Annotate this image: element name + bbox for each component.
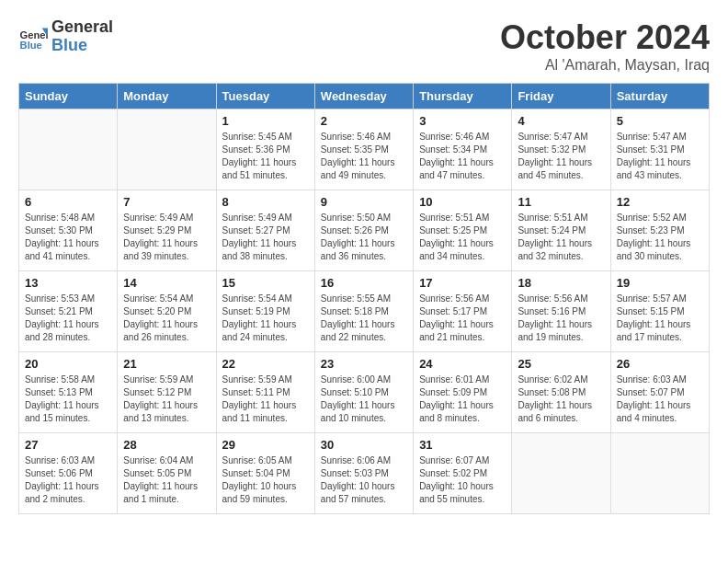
day-detail: Sunrise: 6:06 AM Sunset: 5:03 PM Dayligh… <box>321 454 407 506</box>
week-row-5: 27Sunrise: 6:03 AM Sunset: 5:06 PM Dayli… <box>19 433 710 514</box>
calendar-cell <box>610 433 709 514</box>
day-detail: Sunrise: 6:01 AM Sunset: 5:09 PM Dayligh… <box>419 373 506 425</box>
calendar-cell: 14Sunrise: 5:54 AM Sunset: 5:20 PM Dayli… <box>118 271 216 352</box>
calendar-cell: 20Sunrise: 5:58 AM Sunset: 5:13 PM Dayli… <box>19 352 118 433</box>
calendar-cell: 18Sunrise: 5:56 AM Sunset: 5:16 PM Dayli… <box>512 271 610 352</box>
svg-text:General: General <box>20 29 48 40</box>
logo-icon: General Blue <box>18 22 48 52</box>
day-number: 21 <box>123 357 210 371</box>
calendar-cell: 2Sunrise: 5:46 AM Sunset: 5:35 PM Daylig… <box>314 109 413 190</box>
day-number: 13 <box>25 276 111 290</box>
day-number: 29 <box>222 438 309 452</box>
day-header-saturday: Saturday <box>610 84 709 109</box>
logo-line2: Blue <box>51 37 113 55</box>
calendar-cell: 1Sunrise: 5:45 AM Sunset: 5:36 PM Daylig… <box>216 109 314 190</box>
calendar-cell: 30Sunrise: 6:06 AM Sunset: 5:03 PM Dayli… <box>314 433 413 514</box>
page-header: General Blue General Blue October 2024 A… <box>18 18 710 74</box>
day-header-wednesday: Wednesday <box>314 84 413 109</box>
day-number: 23 <box>321 357 407 371</box>
calendar-cell: 25Sunrise: 6:02 AM Sunset: 5:08 PM Dayli… <box>512 352 610 433</box>
week-row-2: 6Sunrise: 5:48 AM Sunset: 5:30 PM Daylig… <box>19 190 710 271</box>
day-number: 24 <box>419 357 506 371</box>
day-detail: Sunrise: 5:57 AM Sunset: 5:15 PM Dayligh… <box>617 293 703 344</box>
day-number: 31 <box>419 438 506 452</box>
day-detail: Sunrise: 6:03 AM Sunset: 5:07 PM Dayligh… <box>617 373 703 425</box>
month-title: October 2024 <box>500 18 710 57</box>
day-number: 28 <box>123 438 210 452</box>
day-detail: Sunrise: 6:00 AM Sunset: 5:10 PM Dayligh… <box>321 373 407 425</box>
day-detail: Sunrise: 5:56 AM Sunset: 5:17 PM Dayligh… <box>419 293 506 344</box>
day-number: 12 <box>617 195 703 209</box>
calendar-cell: 4Sunrise: 5:47 AM Sunset: 5:32 PM Daylig… <box>512 109 610 190</box>
calendar-cell: 19Sunrise: 5:57 AM Sunset: 5:15 PM Dayli… <box>610 271 709 352</box>
logo: General Blue General Blue <box>18 18 113 55</box>
calendar-cell <box>19 109 118 190</box>
day-number: 10 <box>419 195 506 209</box>
week-row-1: 1Sunrise: 5:45 AM Sunset: 5:36 PM Daylig… <box>19 109 710 190</box>
week-row-3: 13Sunrise: 5:53 AM Sunset: 5:21 PM Dayli… <box>19 271 710 352</box>
calendar-cell: 6Sunrise: 5:48 AM Sunset: 5:30 PM Daylig… <box>19 190 118 271</box>
day-detail: Sunrise: 6:07 AM Sunset: 5:02 PM Dayligh… <box>419 454 506 506</box>
day-detail: Sunrise: 6:05 AM Sunset: 5:04 PM Dayligh… <box>222 454 309 506</box>
logo-text: General Blue <box>51 18 113 55</box>
calendar-cell: 26Sunrise: 6:03 AM Sunset: 5:07 PM Dayli… <box>610 352 709 433</box>
logo-line1: General <box>51 18 113 37</box>
day-detail: Sunrise: 6:03 AM Sunset: 5:06 PM Dayligh… <box>25 454 111 506</box>
calendar-cell: 24Sunrise: 6:01 AM Sunset: 5:09 PM Dayli… <box>414 352 512 433</box>
day-header-tuesday: Tuesday <box>216 84 314 109</box>
day-number: 15 <box>222 276 309 290</box>
day-number: 9 <box>321 195 407 209</box>
day-detail: Sunrise: 5:51 AM Sunset: 5:24 PM Dayligh… <box>518 212 604 263</box>
day-number: 11 <box>518 195 604 209</box>
calendar-table: SundayMondayTuesdayWednesdayThursdayFrid… <box>18 83 710 514</box>
day-number: 8 <box>222 195 309 209</box>
day-detail: Sunrise: 5:54 AM Sunset: 5:19 PM Dayligh… <box>222 293 309 344</box>
day-detail: Sunrise: 5:59 AM Sunset: 5:11 PM Dayligh… <box>222 373 309 425</box>
calendar-cell: 28Sunrise: 6:04 AM Sunset: 5:05 PM Dayli… <box>118 433 216 514</box>
day-detail: Sunrise: 5:49 AM Sunset: 5:27 PM Dayligh… <box>222 212 309 263</box>
day-number: 20 <box>25 357 111 371</box>
day-detail: Sunrise: 5:56 AM Sunset: 5:16 PM Dayligh… <box>518 293 604 344</box>
calendar-cell: 29Sunrise: 6:05 AM Sunset: 5:04 PM Dayli… <box>216 433 314 514</box>
day-header-sunday: Sunday <box>19 84 118 109</box>
day-number: 16 <box>321 276 407 290</box>
day-number: 3 <box>419 114 506 128</box>
calendar-cell: 22Sunrise: 5:59 AM Sunset: 5:11 PM Dayli… <box>216 352 314 433</box>
day-detail: Sunrise: 5:58 AM Sunset: 5:13 PM Dayligh… <box>25 373 111 425</box>
calendar-cell: 31Sunrise: 6:07 AM Sunset: 5:02 PM Dayli… <box>414 433 512 514</box>
calendar-cell: 5Sunrise: 5:47 AM Sunset: 5:31 PM Daylig… <box>610 109 709 190</box>
title-section: October 2024 Al 'Amarah, Maysan, Iraq <box>500 18 710 74</box>
header-row: SundayMondayTuesdayWednesdayThursdayFrid… <box>19 84 710 109</box>
day-number: 2 <box>321 114 407 128</box>
location-title: Al 'Amarah, Maysan, Iraq <box>500 57 710 74</box>
calendar-cell: 13Sunrise: 5:53 AM Sunset: 5:21 PM Dayli… <box>19 271 118 352</box>
calendar-cell: 10Sunrise: 5:51 AM Sunset: 5:25 PM Dayli… <box>414 190 512 271</box>
day-number: 27 <box>25 438 111 452</box>
day-detail: Sunrise: 6:02 AM Sunset: 5:08 PM Dayligh… <box>518 373 604 425</box>
day-number: 6 <box>25 195 111 209</box>
day-header-thursday: Thursday <box>414 84 512 109</box>
day-detail: Sunrise: 5:45 AM Sunset: 5:36 PM Dayligh… <box>222 131 309 182</box>
day-detail: Sunrise: 5:54 AM Sunset: 5:20 PM Dayligh… <box>123 293 210 344</box>
day-number: 14 <box>123 276 210 290</box>
day-detail: Sunrise: 5:51 AM Sunset: 5:25 PM Dayligh… <box>419 212 506 263</box>
calendar-cell: 21Sunrise: 5:59 AM Sunset: 5:12 PM Dayli… <box>118 352 216 433</box>
day-detail: Sunrise: 5:52 AM Sunset: 5:23 PM Dayligh… <box>617 212 703 263</box>
calendar-cell: 8Sunrise: 5:49 AM Sunset: 5:27 PM Daylig… <box>216 190 314 271</box>
day-number: 17 <box>419 276 506 290</box>
day-detail: Sunrise: 5:55 AM Sunset: 5:18 PM Dayligh… <box>321 293 407 344</box>
calendar-cell: 23Sunrise: 6:00 AM Sunset: 5:10 PM Dayli… <box>314 352 413 433</box>
calendar-cell: 3Sunrise: 5:46 AM Sunset: 5:34 PM Daylig… <box>414 109 512 190</box>
day-detail: Sunrise: 5:48 AM Sunset: 5:30 PM Dayligh… <box>25 212 111 263</box>
day-number: 7 <box>123 195 210 209</box>
day-number: 18 <box>518 276 604 290</box>
calendar-cell: 7Sunrise: 5:49 AM Sunset: 5:29 PM Daylig… <box>118 190 216 271</box>
day-number: 30 <box>321 438 407 452</box>
day-number: 19 <box>617 276 703 290</box>
day-number: 25 <box>518 357 604 371</box>
day-detail: Sunrise: 5:49 AM Sunset: 5:29 PM Dayligh… <box>123 212 210 263</box>
day-header-monday: Monday <box>118 84 216 109</box>
day-number: 4 <box>518 114 604 128</box>
calendar-cell <box>512 433 610 514</box>
day-detail: Sunrise: 5:50 AM Sunset: 5:26 PM Dayligh… <box>321 212 407 263</box>
